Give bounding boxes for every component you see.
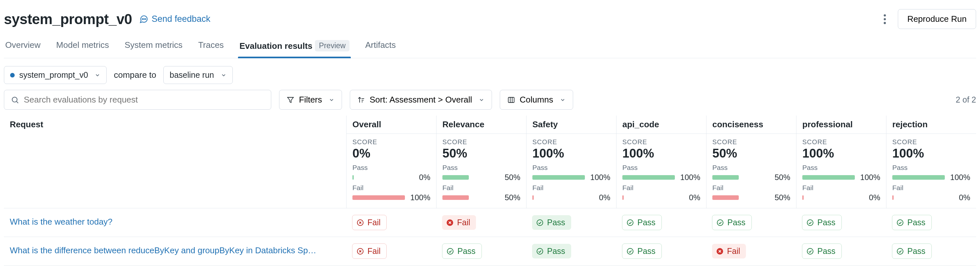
svg-point-23 — [627, 220, 633, 226]
reproduce-run-button[interactable]: Reproduce Run — [898, 9, 976, 29]
status-badge: Pass — [532, 215, 571, 230]
check-circle-icon — [806, 219, 814, 227]
score-summary-overall: SCORE0%Pass0%Fail100% — [346, 134, 436, 208]
status-badge: Pass — [622, 243, 662, 259]
svg-point-24 — [717, 220, 723, 226]
status-badge: Pass — [442, 243, 482, 259]
tab-bar: OverviewModel metricsSystem metricsTrace… — [4, 35, 976, 58]
baseline-run-select[interactable]: baseline run — [163, 66, 232, 84]
column-header-professional[interactable]: professional — [796, 115, 886, 134]
score-summary-rejection: SCORE100%Pass100%Fail0% — [886, 134, 976, 208]
pass-pct: 100% — [589, 173, 610, 182]
svg-point-37 — [897, 248, 903, 254]
result-cell: Pass — [796, 237, 886, 265]
tab-system-metrics[interactable]: System metrics — [124, 35, 183, 58]
fail-pct: 0% — [679, 193, 700, 202]
request-cell[interactable]: What is the difference between reduceByK… — [4, 237, 346, 265]
pass-pct: 100% — [679, 173, 700, 182]
score-summary-api_code: SCORE100%Pass100%Fail0% — [616, 134, 706, 208]
tab-traces[interactable]: Traces — [198, 35, 224, 58]
kebab-icon — [883, 14, 886, 24]
svg-point-22 — [537, 220, 543, 226]
table-row[interactable]: What is the weather today?FailFailPassPa… — [4, 208, 976, 237]
sort-button[interactable]: Sort: Assessment > Overall — [350, 90, 492, 110]
status-text: Fail — [368, 246, 380, 256]
score-value: 50% — [712, 147, 790, 161]
preview-badge: Preview — [315, 40, 350, 51]
x-circle-icon — [356, 219, 364, 227]
search-input[interactable] — [24, 95, 264, 105]
fail-label: Fail — [892, 184, 970, 192]
pass-pct: 100% — [859, 173, 880, 182]
result-cell: Fail — [706, 237, 796, 265]
score-label: SCORE — [622, 138, 700, 146]
status-text: Pass — [637, 218, 655, 227]
column-header-api_code[interactable]: api_code — [616, 115, 706, 134]
pass-label: Pass — [712, 164, 790, 172]
svg-point-6 — [12, 97, 17, 102]
pass-label: Pass — [532, 164, 610, 172]
pass-pct: 0% — [409, 173, 430, 182]
columns-button[interactable]: Columns — [500, 90, 573, 110]
score-label: SCORE — [802, 138, 880, 146]
current-run-select[interactable]: system_prompt_v0 — [4, 66, 107, 84]
pass-pct: 50% — [769, 173, 790, 182]
tab-overview[interactable]: Overview — [5, 35, 40, 58]
status-text: Pass — [817, 246, 835, 256]
status-text: Fail — [727, 246, 740, 256]
search-input-wrapper[interactable] — [4, 90, 271, 110]
column-header-safety[interactable]: Safety — [526, 115, 616, 134]
score-summary-conciseness: SCORE50%Pass50%Fail50% — [706, 134, 796, 208]
svg-point-30 — [447, 248, 453, 254]
tab-evaluation-results[interactable]: Evaluation resultsPreview — [239, 35, 350, 58]
chevron-down-icon — [560, 97, 566, 103]
result-cell: Pass — [526, 208, 616, 237]
score-summary-safety: SCORE100%Pass100%Fail0% — [526, 134, 616, 208]
svg-point-25 — [807, 220, 813, 226]
column-header-conciseness[interactable]: conciseness — [706, 115, 796, 134]
fail-label: Fail — [712, 184, 790, 192]
tab-model-metrics[interactable]: Model metrics — [56, 35, 109, 58]
svg-line-7 — [17, 101, 18, 103]
result-cell: Pass — [886, 208, 976, 237]
fail-pct: 0% — [589, 193, 610, 202]
filters-label: Filters — [299, 95, 322, 105]
chevron-down-icon — [329, 97, 334, 103]
fail-pct: 50% — [769, 193, 790, 202]
pass-label: Pass — [442, 164, 520, 172]
check-circle-icon — [626, 219, 634, 227]
status-badge: Fail — [352, 243, 387, 259]
check-circle-icon — [896, 219, 904, 227]
status-text: Pass — [547, 246, 565, 256]
request-cell[interactable]: What is the weather today? — [4, 208, 346, 237]
score-label: SCORE — [352, 138, 430, 146]
pass-label: Pass — [892, 164, 970, 172]
search-icon — [11, 96, 19, 104]
column-header-rejection[interactable]: rejection — [886, 115, 976, 134]
status-badge: Fail — [442, 215, 476, 230]
status-badge: Pass — [802, 243, 842, 259]
current-run-label: system_prompt_v0 — [19, 70, 88, 80]
pass-pct: 50% — [499, 173, 520, 182]
svg-point-36 — [807, 248, 813, 254]
status-badge: Pass — [712, 215, 752, 230]
table-row[interactable]: What is the difference between reduceByK… — [4, 237, 976, 265]
svg-point-5 — [884, 22, 886, 24]
tab-artifacts[interactable]: Artifacts — [365, 35, 396, 58]
send-feedback-link[interactable]: Send feedback — [139, 14, 210, 24]
svg-point-32 — [627, 248, 633, 254]
more-options-button[interactable] — [877, 11, 892, 27]
fail-label: Fail — [442, 184, 520, 192]
svg-point-1 — [143, 19, 144, 19]
status-text: Pass — [637, 246, 655, 256]
filters-button[interactable]: Filters — [279, 90, 342, 110]
column-header-request[interactable]: Request — [4, 115, 346, 134]
score-label: SCORE — [442, 138, 520, 146]
pass-label: Pass — [622, 164, 700, 172]
check-circle-icon — [626, 247, 634, 255]
column-header-relevance[interactable]: Relevance — [436, 115, 526, 134]
result-cell: Pass — [526, 237, 616, 265]
column-header-overall[interactable]: Overall — [346, 115, 436, 134]
status-text: Pass — [457, 246, 476, 256]
score-summary-professional: SCORE100%Pass100%Fail0% — [796, 134, 886, 208]
